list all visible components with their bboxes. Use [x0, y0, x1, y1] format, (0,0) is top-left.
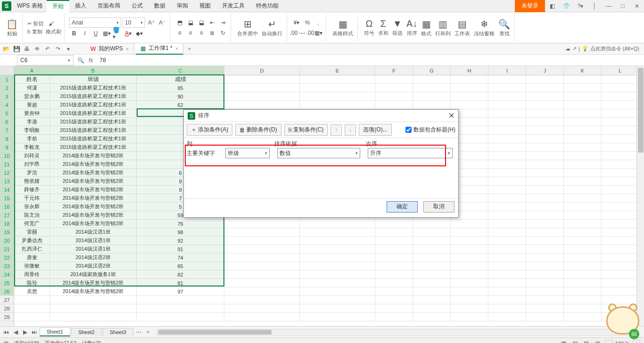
cell[interactable]: 张永辉: [14, 203, 50, 211]
cell[interactable]: 85: [137, 84, 224, 92]
cell[interactable]: 91: [137, 245, 224, 253]
cell[interactable]: [526, 304, 564, 313]
row-header[interactable]: 5: [0, 109, 14, 118]
cell[interactable]: [375, 245, 413, 253]
formula-input[interactable]: 78: [97, 57, 644, 64]
cell[interactable]: 2014级汉语1班: [50, 228, 137, 237]
cell[interactable]: [526, 101, 564, 109]
cell[interactable]: [526, 245, 564, 253]
view-read-icon[interactable]: ▣: [594, 339, 602, 343]
cell[interactable]: [451, 84, 488, 92]
cell[interactable]: [488, 203, 526, 211]
currency-icon[interactable]: ¥▾: [292, 18, 301, 27]
cell[interactable]: 2015级道路桥梁工程技术1班: [50, 118, 137, 126]
cell[interactable]: [488, 177, 526, 186]
sort-button[interactable]: A↓排序: [405, 18, 419, 37]
cell[interactable]: [451, 220, 488, 228]
cell[interactable]: [224, 75, 300, 84]
cell[interactable]: [413, 84, 451, 92]
cell[interactable]: [526, 84, 564, 92]
table-style-button[interactable]: ▦表格样式: [331, 18, 355, 37]
cell[interactable]: 92: [137, 237, 224, 245]
cell[interactable]: [488, 279, 526, 287]
tab-review[interactable]: 审阅: [171, 0, 194, 12]
doc-tab-workbook[interactable]: ▦工作簿1 *×: [136, 43, 183, 55]
cell[interactable]: [564, 135, 602, 143]
cell[interactable]: [488, 126, 526, 135]
cell[interactable]: [602, 126, 639, 135]
cell[interactable]: 2014级市场开发与营销2班: [50, 160, 137, 169]
cell[interactable]: [564, 186, 602, 194]
zoom-in-icon[interactable]: ＋: [633, 340, 640, 343]
cell[interactable]: 李毅龙: [14, 143, 50, 152]
cell[interactable]: 2014级市场开发与营销2班: [50, 279, 137, 287]
row-header[interactable]: 3: [0, 92, 14, 101]
fill-color-icon[interactable]: 🪣▾: [113, 29, 122, 38]
cell[interactable]: [488, 186, 526, 194]
cell[interactable]: 2015级道路桥梁工程技术1班: [50, 84, 137, 92]
sheet-more-icon[interactable]: ⋯: [134, 328, 143, 336]
inc-dec-icon[interactable]: .00→: [292, 28, 301, 38]
col-header-E[interactable]: E: [300, 66, 375, 75]
cell[interactable]: [488, 194, 526, 203]
rowcol-button[interactable]: ▥行和列: [434, 18, 452, 37]
cell[interactable]: [526, 313, 564, 321]
header-checkbox[interactable]: 数据包含标题(H): [405, 126, 455, 134]
cell[interactable]: [602, 262, 639, 270]
align-top-icon[interactable]: ⬒: [175, 18, 184, 27]
row-header[interactable]: 17: [0, 211, 14, 220]
cell[interactable]: [300, 75, 375, 84]
merge-button[interactable]: ⊞合并居中: [236, 18, 259, 37]
row-header[interactable]: 4: [0, 101, 14, 109]
cell[interactable]: [564, 152, 602, 160]
align-right-icon[interactable]: ≡: [197, 28, 206, 38]
cell[interactable]: [224, 101, 300, 109]
cell[interactable]: [526, 220, 564, 228]
cell[interactable]: [526, 228, 564, 237]
cell[interactable]: 62: [137, 101, 224, 109]
justify-icon[interactable]: ≣: [207, 28, 217, 38]
cell[interactable]: 2014级汉语1班: [50, 245, 137, 253]
cell[interactable]: [413, 304, 451, 313]
cell[interactable]: [564, 313, 602, 321]
cell[interactable]: [300, 237, 375, 245]
row-header[interactable]: 15: [0, 194, 14, 203]
cell[interactable]: [564, 84, 602, 92]
cell[interactable]: [413, 101, 451, 109]
mascot-icon[interactable]: 68: [597, 297, 639, 339]
cell[interactable]: 2014级汉语2班: [50, 253, 137, 262]
cell[interactable]: [224, 262, 300, 270]
cell[interactable]: [413, 270, 451, 279]
cell[interactable]: [526, 211, 564, 220]
tab-layout[interactable]: 页面布局: [92, 0, 126, 12]
indent-dec-icon[interactable]: ⇤: [207, 18, 217, 27]
cell[interactable]: [602, 177, 639, 186]
cell[interactable]: [602, 152, 639, 160]
cell[interactable]: [375, 287, 413, 296]
cell[interactable]: [375, 262, 413, 270]
cell[interactable]: [488, 109, 526, 118]
minimize-icon[interactable]: —: [602, 0, 616, 12]
cell[interactable]: [413, 296, 451, 304]
login-button[interactable]: 未登录: [515, 0, 545, 12]
cell[interactable]: [526, 118, 564, 126]
cell[interactable]: 刘宇昂: [14, 160, 50, 169]
cell[interactable]: [602, 228, 639, 237]
cell[interactable]: 2014级市场开发与营销2班: [50, 220, 137, 228]
cell[interactable]: 82: [137, 270, 224, 279]
cell[interactable]: [375, 313, 413, 321]
cell[interactable]: [488, 262, 526, 270]
cell[interactable]: [451, 270, 488, 279]
cell[interactable]: [413, 279, 451, 287]
row-header[interactable]: 7: [0, 126, 14, 135]
col-header-J[interactable]: J: [526, 66, 564, 75]
cell[interactable]: [564, 203, 602, 211]
cell[interactable]: [137, 313, 224, 321]
cell[interactable]: 姓名: [14, 75, 50, 84]
format-painter-label[interactable]: 格式刷: [46, 28, 61, 35]
cell[interactable]: [488, 253, 526, 262]
indent-inc-icon[interactable]: ⇥: [218, 18, 228, 27]
cancel-button[interactable]: 取消: [423, 201, 454, 212]
cell[interactable]: [564, 177, 602, 186]
cell[interactable]: [300, 296, 375, 304]
